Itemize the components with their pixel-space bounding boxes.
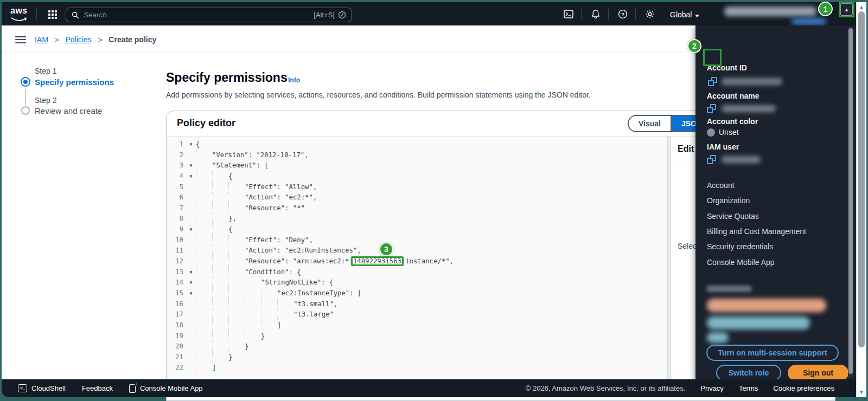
- indent-guide: [196, 277, 212, 288]
- menu-item-billing-and-cost-management[interactable]: Billing and Cost Management: [707, 227, 806, 236]
- indent-guide: [245, 299, 261, 309]
- menu-item-account[interactable]: Account: [707, 181, 735, 190]
- indent-guide: [228, 182, 245, 192]
- indent-guide: [228, 331, 245, 341]
- copy-icon[interactable]: [707, 104, 716, 113]
- indent-guide: [261, 320, 277, 331]
- fold-spacer: [186, 256, 196, 267]
- menu-item-security-credentials[interactable]: Security credentials: [707, 242, 773, 251]
- indent-guide: [277, 299, 293, 309]
- info-link[interactable]: Info: [288, 76, 300, 84]
- indent-guide: [196, 309, 212, 320]
- menu-item-service-quotas[interactable]: Service Quotas: [707, 212, 759, 221]
- code-text: "Effect": "Allow",: [196, 182, 317, 193]
- scrollbar-thumb[interactable]: [858, 11, 865, 347]
- indent-guide: [196, 182, 212, 192]
- indent-guide: [212, 331, 228, 341]
- page-scrollbar[interactable]: ▲ ▼: [856, 2, 866, 397]
- policy-editor-title: Policy editor: [177, 118, 235, 129]
- footer-link-cookie-preferences[interactable]: Cookie preferences: [773, 384, 834, 392]
- step1-title[interactable]: Specify permissions: [35, 77, 114, 87]
- json-code-editor[interactable]: 1▼{2"Version": "2012-10-17",3▼"Statement…: [167, 137, 667, 379]
- footer-link-privacy[interactable]: Privacy: [700, 384, 724, 392]
- annotation-circle-2: 2: [687, 39, 701, 53]
- code-line: 5"Effect": "Allow",: [167, 182, 667, 193]
- region-selector[interactable]: Global: [670, 10, 699, 20]
- indent-guide: [212, 171, 228, 182]
- aws-logo[interactable]: aws: [10, 7, 32, 21]
- indent-guide: [261, 299, 277, 309]
- line-number: 10: [167, 235, 186, 246]
- line-number: 15: [167, 288, 186, 299]
- code-line: 13▼"Condition": {: [167, 267, 667, 278]
- scrollbar-up-icon[interactable]: ▲: [857, 4, 866, 10]
- dropdown-scrollbar-thumb[interactable]: [848, 28, 853, 374]
- code-text: {: [196, 139, 200, 150]
- indent-guide: [277, 309, 293, 320]
- indent-guide: [196, 267, 212, 277]
- fold-arrow-icon[interactable]: ▼: [186, 139, 196, 150]
- indent-guide: [228, 256, 245, 267]
- indent-guide: [228, 192, 245, 203]
- page-title: Specify permissions: [166, 70, 288, 85]
- cloudshell-icon[interactable]: [564, 10, 573, 21]
- search-input[interactable]: Search [Alt+S]: [66, 8, 352, 22]
- breadcrumb-item-iam[interactable]: IAM: [35, 35, 48, 44]
- account-name-blurred[interactable]: [724, 7, 816, 16]
- settings-gear-icon[interactable]: [645, 9, 655, 21]
- region-label: Global: [670, 10, 692, 19]
- services-grid-icon[interactable]: [48, 10, 57, 19]
- menu-item-console-mobile-app[interactable]: Console Mobile App: [707, 258, 775, 267]
- indent-guide: [196, 224, 212, 235]
- notifications-bell-icon[interactable]: [591, 9, 601, 21]
- breadcrumb-separator-icon: >: [55, 36, 59, 44]
- help-icon[interactable]: ?: [618, 9, 628, 21]
- code-text: "Condition": {: [196, 267, 301, 278]
- fold-arrow-icon[interactable]: ▼: [186, 277, 196, 288]
- account-menu-toggle-button[interactable]: ▲: [840, 3, 853, 16]
- footer-item-cloudshell[interactable]: >_CloudShell: [18, 384, 66, 392]
- code-text: }: [196, 352, 232, 363]
- fold-arrow-icon[interactable]: ▼: [186, 288, 196, 299]
- breadcrumb: IAM>Policies>Create policy: [35, 35, 156, 44]
- line-number: 3: [167, 160, 186, 171]
- multi-session-button[interactable]: Turn on multi-session support: [706, 345, 839, 361]
- sign-out-button[interactable]: Sign out: [788, 365, 848, 381]
- svg-text:?: ?: [621, 11, 624, 17]
- menu-item-organization[interactable]: Organization: [707, 196, 750, 205]
- code-text: "StringNotLike": {: [196, 277, 333, 288]
- copy-icon[interactable]: [708, 77, 717, 86]
- indent-guide: [245, 277, 261, 288]
- switch-role-button[interactable]: Switch role: [716, 365, 781, 381]
- code-text: },: [196, 214, 237, 224]
- copy-icon[interactable]: [707, 155, 716, 164]
- fold-arrow-icon[interactable]: ▼: [186, 160, 196, 171]
- code-line: 16"t3.small",: [167, 299, 667, 310]
- footer-item-console-mobile-app[interactable]: Console Mobile App: [129, 384, 203, 393]
- scrollbar-down-icon[interactable]: ▼: [857, 390, 866, 395]
- indent-guide: [212, 235, 228, 245]
- indent-guide: [212, 267, 228, 277]
- step1-label: Step 1: [35, 67, 56, 75]
- footer-left-items: >_CloudShellFeedbackConsole Mobile App: [18, 384, 203, 393]
- step2-title[interactable]: Review and create: [35, 106, 102, 115]
- divider: [608, 9, 609, 20]
- code-line: 18]: [167, 320, 667, 331]
- highlighted-account-id: 148922931563: [353, 257, 401, 265]
- code-line: 17"t3.large": [167, 309, 667, 320]
- step2-label: Step 2: [35, 96, 56, 105]
- footer-link-terms[interactable]: Terms: [739, 384, 758, 392]
- footer-item-feedback[interactable]: Feedback: [82, 384, 113, 392]
- toggle-visual[interactable]: Visual: [629, 116, 671, 131]
- fold-arrow-icon[interactable]: ▼: [186, 224, 196, 235]
- breadcrumb-item-policies[interactable]: Policies: [65, 35, 91, 44]
- fold-arrow-icon[interactable]: ▼: [186, 171, 196, 182]
- editor-splitter[interactable]: [667, 137, 671, 379]
- code-text: "ec2:InstanceType": [: [196, 288, 361, 299]
- code-line: 2"Version": "2012-10-17",: [167, 150, 667, 161]
- line-number: 14: [167, 277, 186, 288]
- fold-arrow-icon[interactable]: ▼: [186, 267, 196, 278]
- indent-guide: [196, 331, 212, 341]
- hamburger-menu-icon[interactable]: [15, 36, 26, 43]
- fold-spacer: [186, 192, 196, 203]
